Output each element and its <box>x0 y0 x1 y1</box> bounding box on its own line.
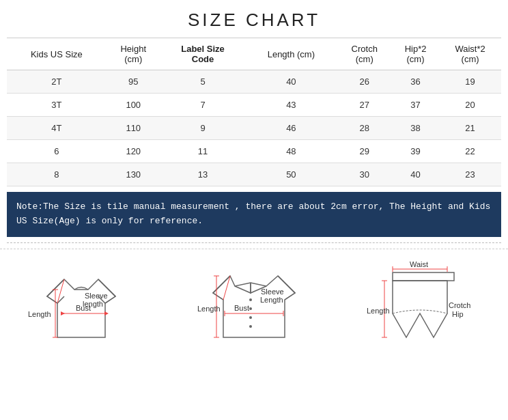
size-chart-table-section: Kids US Size Height(cm) Label SizeCode L… <box>0 38 508 186</box>
length-label-shirt: Length <box>197 305 221 313</box>
cell-1-0: 3T <box>7 94 107 117</box>
cell-1-1: 100 <box>107 94 160 117</box>
length-label: Length <box>28 310 51 318</box>
long-sleeve-svg: Bust Sleeve length Length <box>27 259 156 348</box>
col-header-6: Waist*2(cm) <box>439 38 501 70</box>
cell-3-4: 29 <box>337 140 392 163</box>
pants-svg: Waist Crotch Hip Length <box>365 259 481 348</box>
table-body: 2T955402636193T1007432737204T11094628382… <box>7 70 501 186</box>
diagram-section: Bust Sleeve length Length <box>0 249 508 354</box>
sleeve-length-label-shirt: Length <box>260 296 283 304</box>
svg-point-6 <box>249 307 252 310</box>
cell-0-5: 36 <box>392 70 439 94</box>
table-header-row: Kids US Size Height(cm) Label SizeCode L… <box>7 38 501 70</box>
table-row: 61201148293922 <box>7 140 501 163</box>
col-header-3: Length (cm) <box>245 38 337 70</box>
hip-label-pants: Hip <box>452 310 464 318</box>
cell-2-3: 46 <box>245 117 337 140</box>
cell-3-1: 120 <box>107 140 160 163</box>
divider <box>7 242 501 243</box>
cell-2-5: 38 <box>392 117 439 140</box>
crotch-label-pants: Crotch <box>449 301 470 309</box>
table-row: 4T110946283821 <box>7 117 501 140</box>
length-label-pants: Length <box>367 307 390 315</box>
cell-1-4: 27 <box>337 94 392 117</box>
diagram-pants: Waist Crotch Hip Length <box>365 259 481 348</box>
size-chart-table: Kids US Size Height(cm) Label SizeCode L… <box>7 38 501 186</box>
table-row: 81301350304023 <box>7 163 501 186</box>
cell-4-6: 23 <box>439 163 501 186</box>
cell-2-0: 4T <box>7 117 107 140</box>
cell-2-2: 9 <box>160 117 245 140</box>
note-section: Note:The Size is tile manual measurement… <box>7 192 501 237</box>
sleeve-label-shirt: Sleeve <box>261 288 284 296</box>
page-title: SIZE CHART <box>0 10 508 31</box>
col-header-5: Hip*2(cm) <box>392 38 439 70</box>
cell-4-1: 130 <box>107 163 160 186</box>
shirt-svg: Bust Sleeve Length Length <box>196 259 326 348</box>
svg-point-5 <box>249 298 252 301</box>
cell-3-2: 11 <box>160 140 245 163</box>
cell-4-4: 30 <box>337 163 392 186</box>
col-header-1: Height(cm) <box>107 38 160 70</box>
col-header-0: Kids US Size <box>7 38 107 70</box>
col-header-2: Label SizeCode <box>160 38 245 70</box>
cell-0-3: 40 <box>245 70 337 94</box>
cell-4-0: 8 <box>7 163 107 186</box>
cell-4-5: 40 <box>392 163 439 186</box>
svg-point-7 <box>249 316 252 319</box>
cell-1-5: 37 <box>392 94 439 117</box>
cell-3-5: 39 <box>392 140 439 163</box>
waist-label-pants: Waist <box>410 260 428 268</box>
cell-2-1: 110 <box>107 117 160 140</box>
bust-label-shirt: Bust <box>234 304 249 312</box>
cell-4-2: 13 <box>160 163 245 186</box>
diagram-shirt: Bust Sleeve Length Length <box>196 259 326 348</box>
title-section: SIZE CHART <box>0 0 508 38</box>
note-text: Note:The Size is tile manual measurement… <box>16 201 490 226</box>
cell-2-6: 21 <box>439 117 501 140</box>
cell-0-4: 26 <box>337 70 392 94</box>
col-header-4: Crotch(cm) <box>337 38 392 70</box>
cell-4-3: 50 <box>245 163 337 186</box>
svg-point-8 <box>249 325 252 328</box>
cell-0-0: 2T <box>7 70 107 94</box>
cell-3-0: 6 <box>7 140 107 163</box>
diagram-long-sleeve: Bust Sleeve length Length <box>27 259 156 348</box>
table-row: 2T95540263619 <box>7 70 501 94</box>
cell-0-1: 95 <box>107 70 160 94</box>
cell-3-3: 48 <box>245 140 337 163</box>
cell-2-4: 28 <box>337 117 392 140</box>
cell-0-6: 19 <box>439 70 501 94</box>
cell-0-2: 5 <box>160 70 245 94</box>
svg-rect-16 <box>393 272 454 281</box>
sleeve-label2: length <box>83 300 103 308</box>
cell-1-2: 7 <box>160 94 245 117</box>
cell-1-3: 43 <box>245 94 337 117</box>
table-row: 3T100743273720 <box>7 94 501 117</box>
cell-1-6: 20 <box>439 94 501 117</box>
cell-3-6: 22 <box>439 140 501 163</box>
sleeve-label: Sleeve <box>85 292 108 300</box>
